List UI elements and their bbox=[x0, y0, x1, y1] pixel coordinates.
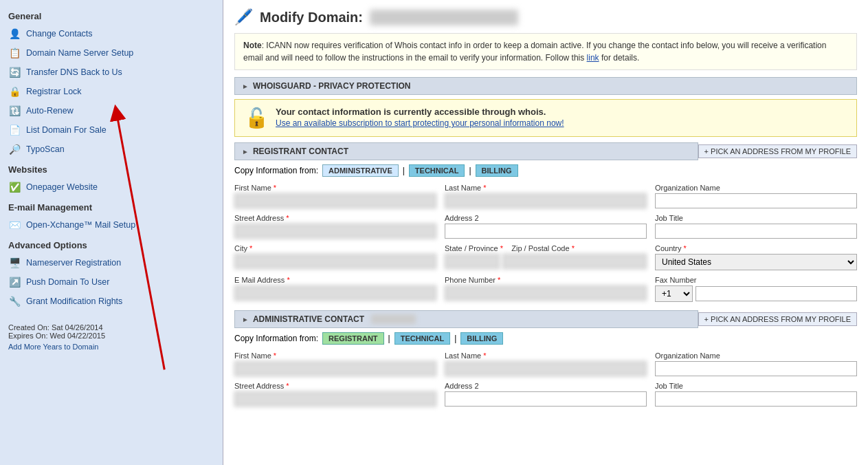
transfer-icon: 🔄 bbox=[8, 66, 21, 78]
fax-country-code-select[interactable]: +1 bbox=[655, 285, 693, 302]
admin-title: ADMINISTRATIVE CONTACT bbox=[253, 314, 364, 324]
zip-input[interactable] bbox=[502, 254, 647, 269]
sidebar-item-typoscan[interactable]: 🔎 TypoScan bbox=[0, 140, 223, 159]
whoisguard-link[interactable]: Use an available subscription to start p… bbox=[276, 118, 564, 128]
sidebar-item-onepager[interactable]: ✅ Onepager Website bbox=[0, 177, 223, 197]
admin-copy-technical-btn[interactable]: TECHNICAL bbox=[394, 332, 451, 345]
copy-technical-btn[interactable]: TECHNICAL bbox=[409, 164, 465, 177]
domain-name: stunningreviews.com bbox=[370, 10, 518, 25]
whoisguard-title: WHOISGUARD - PRIVACY PROTECTION bbox=[253, 81, 411, 91]
admin-org-name-input[interactable] bbox=[655, 361, 857, 376]
admin-address2-input[interactable] bbox=[445, 391, 647, 407]
admin-street-input[interactable] bbox=[234, 391, 436, 407]
email-input[interactable] bbox=[234, 285, 436, 301]
admin-section-header: ► ADMINISTRATIVE CONTACT CONTACT bbox=[234, 310, 698, 328]
sidebar: General 👤 Change Contacts 📋 Domain Name … bbox=[0, 0, 223, 465]
registrant-section-row: ► REGISTRANT CONTACT + PICK AN ADDRESS F… bbox=[234, 142, 857, 160]
lock-icon: 🔒 bbox=[8, 85, 21, 98]
admin-last-name-group: Last Name * bbox=[445, 352, 647, 376]
last-name-label: Last Name * bbox=[445, 184, 647, 192]
admin-copy-billing-btn[interactable]: BILLING bbox=[460, 332, 503, 345]
phone-input[interactable] bbox=[445, 285, 647, 301]
state-input[interactable] bbox=[445, 254, 500, 269]
sidebar-item-registrar-lock[interactable]: 🔒 Registrar Lock bbox=[0, 82, 223, 101]
note-link[interactable]: link bbox=[587, 53, 599, 63]
sidebar-item-mail-setup[interactable]: ✉️ Open-Xchange™ Mail Setup bbox=[0, 215, 223, 235]
copy-administrative-btn[interactable]: ADMINISTRATIVE bbox=[322, 164, 399, 177]
sidebar-item-change-contacts[interactable]: 👤 Change Contacts bbox=[0, 24, 223, 43]
street-label-text: Street Address bbox=[234, 214, 284, 222]
org-name-input[interactable] bbox=[655, 193, 857, 208]
sidebar-label-list-domain: List Domain For Sale bbox=[26, 125, 107, 135]
nameserver-icon: 🖥️ bbox=[8, 257, 21, 269]
address2-group: Address 2 bbox=[445, 214, 647, 239]
org-name-group: Organization Name bbox=[655, 184, 857, 208]
country-select[interactable]: United States bbox=[655, 254, 857, 270]
page-title-text: Modify Domain: bbox=[260, 10, 363, 25]
sidebar-label-registrar-lock: Registrar Lock bbox=[26, 87, 82, 96]
admin-address2-label: Address 2 bbox=[445, 382, 647, 390]
sidebar-item-list-domain[interactable]: 📄 List Domain For Sale bbox=[0, 120, 223, 140]
admin-org-name-label: Organization Name bbox=[655, 352, 857, 360]
admin-last-name-input[interactable] bbox=[445, 361, 647, 376]
note-suffix: for details. bbox=[601, 53, 639, 63]
job-title-group: Job Title bbox=[655, 214, 857, 239]
admin-job-title-input[interactable] bbox=[655, 391, 857, 407]
pick-address-button[interactable]: + PICK AN ADDRESS FROM MY PROFILE bbox=[698, 144, 857, 158]
admin-first-name-label-text: First Name bbox=[234, 352, 271, 360]
admin-copy-info-row: Copy Information from: REGISTRANT | TECH… bbox=[234, 332, 857, 345]
registrant-arrow: ► bbox=[242, 148, 249, 155]
renew-icon: 🔃 bbox=[8, 105, 21, 117]
first-name-input[interactable] bbox=[234, 193, 436, 208]
street-input[interactable] bbox=[234, 224, 436, 239]
sidebar-item-auto-renew[interactable]: 🔃 Auto-Renew bbox=[0, 101, 223, 120]
sidebar-label-dns-setup: Domain Name Server Setup bbox=[26, 48, 133, 58]
admin-job-title-group: Job Title bbox=[655, 382, 857, 407]
admin-form: First Name * Last Name * Organization Na… bbox=[234, 352, 857, 407]
admin-street-label: Street Address * bbox=[234, 382, 436, 390]
fax-input[interactable] bbox=[695, 286, 857, 301]
sidebar-item-push-domain[interactable]: ↗️ Push Domain To User bbox=[0, 272, 223, 292]
country-label-text: Country bbox=[655, 244, 682, 252]
expires-on: Expires On: Wed 04/22/2015 bbox=[8, 332, 214, 340]
last-name-input[interactable] bbox=[445, 193, 647, 208]
sidebar-general-title: General bbox=[0, 6, 223, 24]
admin-copy-registrant-btn[interactable]: REGISTRANT bbox=[322, 332, 384, 345]
street-label: Street Address * bbox=[234, 214, 436, 222]
email-group: E Mail Address * bbox=[234, 276, 436, 302]
sidebar-item-grant-rights[interactable]: 🔧 Grant Modification Rights bbox=[0, 292, 223, 311]
admin-pick-address-button[interactable]: + PICK AN ADDRESS FROM MY PROFILE bbox=[698, 312, 857, 326]
copy-billing-btn[interactable]: BILLING bbox=[476, 164, 518, 177]
sidebar-websites-title: Websites bbox=[0, 159, 223, 177]
sidebar-item-nameserver-reg[interactable]: 🖥️ Nameserver Registration bbox=[0, 253, 223, 272]
admin-first-name-input[interactable] bbox=[234, 361, 436, 376]
note-text: ICANN now requires verification of Whois… bbox=[243, 41, 826, 63]
first-name-label-text: First Name bbox=[234, 184, 271, 192]
page-title-row: 🖊️ Modify Domain: stunningreviews.com bbox=[234, 8, 857, 26]
address2-label: Address 2 bbox=[445, 214, 647, 222]
job-title-input[interactable] bbox=[655, 224, 857, 239]
city-label-text: City bbox=[234, 244, 247, 252]
last-name-label-text: Last Name bbox=[445, 184, 481, 192]
zip-label-text: Zip / Postal Code bbox=[511, 244, 569, 252]
push-icon: ↗️ bbox=[8, 276, 21, 288]
sidebar-label-auto-renew: Auto-Renew bbox=[26, 106, 74, 116]
sidebar-item-transfer-dns[interactable]: 🔄 Transfer DNS Back to Us bbox=[0, 63, 223, 82]
admin-street-group: Street Address * bbox=[234, 382, 436, 407]
email-label: E Mail Address * bbox=[234, 276, 436, 284]
state-zip-group: State / Province * Zip / Postal Code * bbox=[445, 244, 647, 270]
address2-input[interactable] bbox=[445, 224, 647, 239]
state-label-text: State / Province bbox=[445, 244, 498, 252]
city-input[interactable] bbox=[234, 254, 436, 269]
sidebar-label-grant-rights: Grant Modification Rights bbox=[26, 296, 122, 306]
fax-row: +1 bbox=[655, 285, 857, 302]
first-name-label: First Name * bbox=[234, 184, 436, 192]
add-years-link[interactable]: Add More Years to Domain bbox=[8, 343, 214, 351]
created-on: Created On: Sat 04/26/2014 bbox=[8, 323, 214, 332]
whoisguard-icon: 🔓 bbox=[245, 107, 269, 129]
country-label: Country * bbox=[655, 244, 857, 252]
dns-icon: 📋 bbox=[8, 47, 21, 59]
org-name-label: Organization Name bbox=[655, 184, 857, 192]
sidebar-label-mail-setup: Open-Xchange™ Mail Setup bbox=[26, 220, 135, 230]
sidebar-item-dns-setup[interactable]: 📋 Domain Name Server Setup bbox=[0, 43, 223, 63]
